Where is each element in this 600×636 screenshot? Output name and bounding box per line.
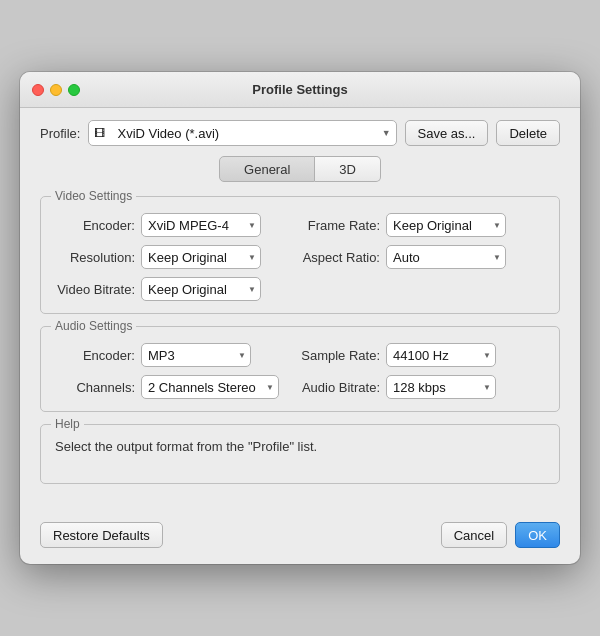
- help-text: Select the output format from the "Profi…: [55, 439, 317, 454]
- resolution-select[interactable]: Keep Original: [141, 245, 261, 269]
- help-title: Help: [51, 417, 84, 431]
- bottom-right-buttons: Cancel OK: [441, 522, 560, 548]
- audio-encoder-label: Encoder:: [55, 348, 135, 363]
- audio-settings-section: Audio Settings Encoder: MP3 ▼ Sample Rat…: [40, 326, 560, 412]
- close-button[interactable]: [32, 84, 44, 96]
- save-as-button[interactable]: Save as...: [405, 120, 489, 146]
- audio-encoder-select-wrapper: MP3 ▼: [141, 343, 251, 367]
- audio-encoder-select[interactable]: MP3: [141, 343, 251, 367]
- traffic-lights: [32, 84, 80, 96]
- encoder-select-wrapper: XviD MPEG-4 ▼: [141, 213, 261, 237]
- sample-rate-select-wrapper: 44100 Hz ▼: [386, 343, 496, 367]
- restore-defaults-button[interactable]: Restore Defaults: [40, 522, 163, 548]
- frame-rate-label: Frame Rate:: [300, 218, 380, 233]
- tab-general[interactable]: General: [219, 156, 315, 182]
- tab-3d[interactable]: 3D: [315, 156, 381, 182]
- video-bitrate-label: Video Bitrate:: [55, 282, 135, 297]
- resolution-select-wrapper: Keep Original ▼: [141, 245, 261, 269]
- window-title: Profile Settings: [252, 82, 347, 97]
- audio-settings-grid: Encoder: MP3 ▼ Sample Rate: 44100 Hz: [55, 343, 545, 399]
- encoder-row: Encoder: XviD MPEG-4 ▼: [55, 213, 300, 237]
- help-section: Help Select the output format from the "…: [40, 424, 560, 484]
- sample-rate-row: Sample Rate: 44100 Hz ▼: [300, 343, 545, 367]
- frame-rate-select-wrapper: Keep Original ▼: [386, 213, 506, 237]
- sample-rate-label: Sample Rate:: [300, 348, 380, 363]
- channels-select[interactable]: 2 Channels Stereo: [141, 375, 279, 399]
- video-settings-title: Video Settings: [51, 189, 136, 203]
- maximize-button[interactable]: [68, 84, 80, 96]
- sample-rate-select[interactable]: 44100 Hz: [386, 343, 496, 367]
- profile-settings-window: Profile Settings Profile: 🎞 XviD Video (…: [20, 72, 580, 564]
- video-bitrate-select[interactable]: Keep Original: [141, 277, 261, 301]
- title-bar: Profile Settings: [20, 72, 580, 108]
- audio-encoder-row: Encoder: MP3 ▼: [55, 343, 300, 367]
- aspect-ratio-select[interactable]: Auto: [386, 245, 506, 269]
- cancel-button[interactable]: Cancel: [441, 522, 507, 548]
- resolution-label: Resolution:: [55, 250, 135, 265]
- profile-select[interactable]: XviD Video (*.avi): [88, 120, 396, 146]
- profile-label: Profile:: [40, 126, 80, 141]
- ok-button[interactable]: OK: [515, 522, 560, 548]
- frame-rate-row: Frame Rate: Keep Original ▼: [300, 213, 545, 237]
- audio-bitrate-select-wrapper: 128 kbps ▼: [386, 375, 496, 399]
- audio-bitrate-row: Audio Bitrate: 128 kbps ▼: [300, 375, 545, 399]
- resolution-row: Resolution: Keep Original ▼: [55, 245, 300, 269]
- video-bitrate-row: Video Bitrate: Keep Original ▼: [55, 277, 300, 301]
- channels-label: Channels:: [55, 380, 135, 395]
- main-content: Profile: 🎞 XviD Video (*.avi) ▼ Save as.…: [20, 108, 580, 512]
- encoder-select[interactable]: XviD MPEG-4: [141, 213, 261, 237]
- video-settings-grid: Encoder: XviD MPEG-4 ▼ Frame Rate: Keep …: [55, 213, 545, 301]
- bottom-bar: Restore Defaults Cancel OK: [20, 512, 580, 564]
- video-bitrate-select-wrapper: Keep Original ▼: [141, 277, 261, 301]
- encoder-label: Encoder:: [55, 218, 135, 233]
- minimize-button[interactable]: [50, 84, 62, 96]
- audio-bitrate-select[interactable]: 128 kbps: [386, 375, 496, 399]
- channels-row: Channels: 2 Channels Stereo ▼: [55, 375, 300, 399]
- delete-button[interactable]: Delete: [496, 120, 560, 146]
- profile-row: Profile: 🎞 XviD Video (*.avi) ▼ Save as.…: [40, 120, 560, 146]
- aspect-ratio-select-wrapper: Auto ▼: [386, 245, 506, 269]
- video-settings-section: Video Settings Encoder: XviD MPEG-4 ▼ Fr…: [40, 196, 560, 314]
- tabs-row: General 3D: [40, 156, 560, 182]
- frame-rate-select[interactable]: Keep Original: [386, 213, 506, 237]
- aspect-ratio-label: Aspect Ratio:: [300, 250, 380, 265]
- aspect-ratio-row: Aspect Ratio: Auto ▼: [300, 245, 545, 269]
- profile-select-wrapper: 🎞 XviD Video (*.avi) ▼: [88, 120, 396, 146]
- channels-select-wrapper: 2 Channels Stereo ▼: [141, 375, 279, 399]
- audio-bitrate-label: Audio Bitrate:: [300, 380, 380, 395]
- audio-settings-title: Audio Settings: [51, 319, 136, 333]
